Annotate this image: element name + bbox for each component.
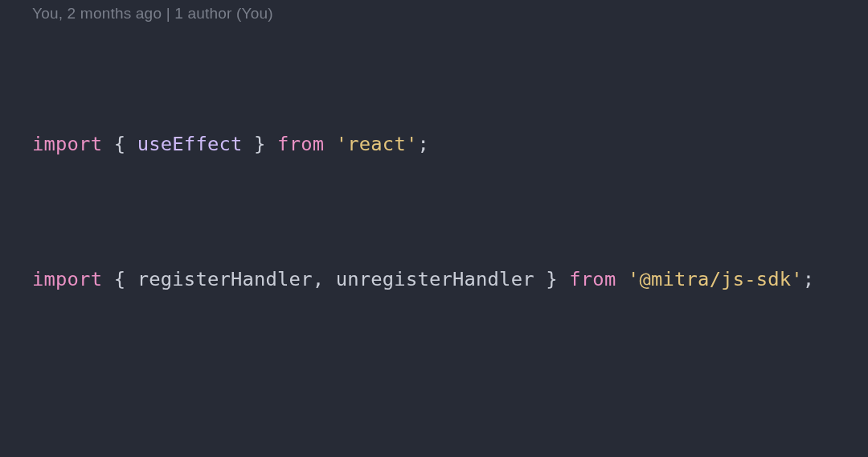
tok-punc: } [546, 268, 558, 290]
code-line[interactable] [32, 397, 868, 431]
code-line[interactable]: import { registerHandler, unregisterHand… [32, 263, 868, 297]
code-view[interactable]: import { useEffect } from 'react'; impor… [32, 27, 868, 457]
tok-string: 'react' [336, 133, 418, 155]
tok-punc: } [254, 133, 266, 155]
tok-ident: unregisterHandler [336, 268, 534, 290]
tok-string: '@mitra/js-sdk' [628, 268, 803, 290]
tok-punc: ; [417, 133, 429, 155]
gitlens-annotation: You, 2 months ago | 1 author (You) [32, 5, 868, 23]
tok-punc: ; [803, 268, 815, 290]
tok-keyword: from [569, 268, 616, 290]
tok-keyword: from [277, 133, 324, 155]
tok-keyword: import [32, 133, 102, 155]
tok-punc: { [114, 133, 126, 155]
tok-ident: registerHandler [137, 268, 313, 290]
tok-keyword: import [32, 268, 102, 290]
tok-punc: , [313, 268, 325, 290]
code-line[interactable]: import { useEffect } from 'react'; [32, 128, 868, 162]
tok-punc: { [114, 268, 126, 290]
tok-ident: useEffect [137, 133, 243, 155]
